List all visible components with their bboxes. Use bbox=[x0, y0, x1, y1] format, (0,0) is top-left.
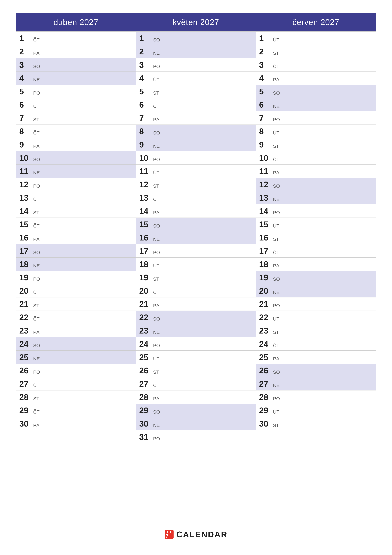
day-name: PO bbox=[153, 250, 160, 256]
day-row: 3SO bbox=[16, 58, 136, 72]
day-name: PO bbox=[33, 276, 40, 282]
month-header-3: červen 2027 bbox=[256, 13, 376, 32]
day-row: 9PÁ bbox=[16, 138, 136, 151]
day-name: SO bbox=[273, 90, 280, 96]
day-number: 21 bbox=[19, 300, 32, 308]
day-name: PÁ bbox=[273, 263, 279, 269]
day-row: 19ST bbox=[136, 271, 256, 284]
day-name: ST bbox=[273, 329, 279, 336]
day-number: 20 bbox=[139, 287, 152, 295]
day-number: 5 bbox=[139, 87, 152, 95]
day-number: 17 bbox=[19, 247, 32, 255]
day-number: 21 bbox=[259, 300, 272, 308]
day-name: ÚT bbox=[153, 356, 159, 362]
day-name: SO bbox=[153, 37, 160, 43]
day-row: 17SO bbox=[16, 244, 136, 258]
day-number: 25 bbox=[259, 353, 272, 361]
day-row: 2NE bbox=[136, 45, 256, 58]
day-number: 19 bbox=[259, 273, 272, 282]
day-number: 18 bbox=[19, 260, 32, 268]
day-name: ČT bbox=[33, 409, 40, 415]
month-column-2: květen 20271SO2NE3PO4ÚT5ST6ČT7PÁ8SO9NE10… bbox=[136, 13, 256, 523]
day-row: 2ST bbox=[256, 45, 376, 58]
day-name: NE bbox=[33, 170, 40, 176]
calendar-logo-icon: 7 bbox=[164, 530, 174, 539]
day-number: 30 bbox=[19, 420, 32, 428]
day-row: 24SO bbox=[16, 337, 136, 351]
day-name: SO bbox=[153, 223, 160, 229]
day-number: 28 bbox=[139, 393, 152, 401]
day-number: 27 bbox=[19, 380, 32, 388]
day-row: 16PÁ bbox=[16, 231, 136, 244]
day-row: 4NE bbox=[16, 72, 136, 85]
calendar-grid: duben 20271ČT2PÁ3SO4NE5PO6ÚT7ST8ČT9PÁ10S… bbox=[16, 13, 376, 523]
day-number: 17 bbox=[259, 247, 272, 255]
day-name: NE bbox=[33, 263, 40, 269]
day-number: 3 bbox=[259, 61, 272, 69]
day-row: 16NE bbox=[136, 231, 256, 244]
day-name: ÚT bbox=[153, 77, 159, 83]
day-number: 13 bbox=[139, 194, 152, 202]
day-name: PO bbox=[153, 157, 160, 163]
day-name: PO bbox=[273, 396, 280, 402]
day-number: 2 bbox=[259, 47, 272, 56]
day-name: ÚT bbox=[33, 383, 40, 389]
month-column-1: duben 20271ČT2PÁ3SO4NE5PO6ÚT7ST8ČT9PÁ10S… bbox=[16, 13, 136, 523]
day-name: ST bbox=[33, 210, 39, 216]
day-name: ST bbox=[153, 90, 159, 96]
day-name: NE bbox=[153, 423, 160, 429]
day-number: 21 bbox=[139, 300, 152, 308]
day-number: 31 bbox=[139, 433, 152, 441]
day-number: 10 bbox=[139, 154, 152, 162]
day-number: 27 bbox=[139, 380, 152, 388]
day-number: 10 bbox=[259, 154, 272, 162]
month-column-3: červen 20271ÚT2ST3ČT4PÁ5SO6NE7PO8ÚT9ST10… bbox=[256, 13, 376, 523]
day-number: 23 bbox=[139, 327, 152, 335]
day-row: 15ÚT bbox=[256, 218, 376, 231]
day-row: 5PO bbox=[16, 85, 136, 98]
day-number: 7 bbox=[19, 114, 32, 122]
day-name: ST bbox=[273, 144, 279, 150]
day-row: 7PÁ bbox=[136, 111, 256, 125]
day-row: 30ST bbox=[256, 417, 376, 430]
day-name: PO bbox=[273, 117, 280, 123]
day-row: 20ÚT bbox=[16, 284, 136, 297]
day-row: 30NE bbox=[136, 417, 256, 430]
day-row: 9NE bbox=[136, 138, 256, 151]
day-number: 26 bbox=[139, 366, 152, 375]
day-row: 15ČT bbox=[16, 218, 136, 231]
day-name: PÁ bbox=[33, 423, 40, 429]
day-number: 1 bbox=[139, 34, 152, 42]
day-number: 11 bbox=[259, 167, 272, 175]
day-number: 1 bbox=[19, 34, 32, 42]
day-row: 27ÚT bbox=[16, 377, 136, 390]
day-row: 18NE bbox=[16, 258, 136, 271]
day-number: 20 bbox=[259, 287, 272, 295]
day-name: ÚT bbox=[33, 290, 40, 296]
day-row: 24ČT bbox=[256, 337, 376, 351]
day-row: 29ČT bbox=[16, 404, 136, 417]
day-row: 13ÚT bbox=[16, 191, 136, 204]
day-number: 30 bbox=[139, 420, 152, 428]
day-row: 15SO bbox=[136, 218, 256, 231]
day-number: 9 bbox=[139, 140, 152, 149]
day-row: 1ÚT bbox=[256, 32, 376, 45]
footer-logo: 7 CALENDAR bbox=[164, 530, 228, 539]
day-row: 14PO bbox=[256, 204, 376, 218]
day-name: NE bbox=[33, 356, 40, 362]
day-number: 14 bbox=[139, 207, 152, 215]
day-number: 20 bbox=[19, 287, 32, 295]
day-number: 22 bbox=[139, 313, 152, 321]
day-name: ČT bbox=[153, 383, 159, 389]
day-row: 10PO bbox=[136, 151, 256, 165]
day-row: 31PO bbox=[136, 430, 256, 444]
day-number: 27 bbox=[259, 380, 272, 388]
day-number: 15 bbox=[19, 220, 32, 228]
day-number: 5 bbox=[259, 87, 272, 95]
day-number: 16 bbox=[139, 234, 152, 242]
day-name: SO bbox=[153, 130, 160, 136]
day-row: 23NE bbox=[136, 324, 256, 337]
day-number: 13 bbox=[19, 194, 32, 202]
day-row: 6ÚT bbox=[16, 98, 136, 111]
day-name: ČT bbox=[153, 197, 159, 203]
